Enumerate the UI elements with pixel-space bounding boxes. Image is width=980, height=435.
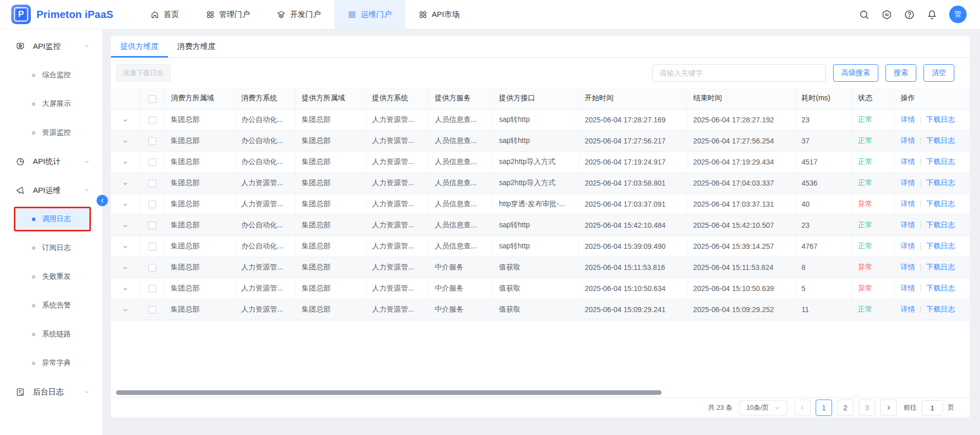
- download-log-link[interactable]: 下载日志: [926, 115, 955, 123]
- row-expand-button[interactable]: [122, 138, 129, 145]
- row-expand-button[interactable]: [122, 264, 129, 271]
- nav-item-4[interactable]: 运维门户: [334, 0, 405, 29]
- nav-item-3[interactable]: 开发门户: [263, 0, 334, 29]
- detail-link[interactable]: 详情: [901, 263, 915, 271]
- cell-2: 人力资源管...: [235, 172, 295, 193]
- detail-link[interactable]: 详情: [901, 221, 915, 229]
- row-checkbox[interactable]: [148, 116, 156, 124]
- megaphone-icon: [15, 186, 25, 195]
- batch-download-button[interactable]: 批量下载日志: [116, 64, 171, 82]
- sidebar-item-综合监控[interactable]: 综合监控: [0, 61, 102, 89]
- row-checkbox[interactable]: [148, 137, 156, 145]
- page-size-select[interactable]: 10条/页: [739, 400, 787, 415]
- chevron-down-icon: [122, 180, 129, 187]
- select-all-checkbox[interactable]: [148, 95, 156, 103]
- tab-consumer-dimension[interactable]: 消费方维度: [168, 36, 225, 57]
- page-button-3[interactable]: 3: [859, 400, 875, 416]
- download-log-link[interactable]: 下载日志: [926, 136, 955, 144]
- download-log-link[interactable]: 下载日志: [926, 242, 955, 250]
- sidebar-group-API统计[interactable]: API统计: [0, 147, 102, 176]
- user-avatar[interactable]: 管: [949, 6, 967, 23]
- row-expand-button[interactable]: [122, 159, 129, 166]
- row-expand-button[interactable]: [122, 222, 129, 229]
- sidebar-item-异常字典[interactable]: 异常字典: [0, 349, 102, 377]
- nav-item-5[interactable]: API市场: [405, 0, 473, 29]
- page-button-1[interactable]: 1: [816, 400, 832, 416]
- nav-item-1[interactable]: 首页: [137, 0, 193, 29]
- detail-link[interactable]: 详情: [901, 305, 915, 313]
- download-log-link[interactable]: 下载日志: [926, 305, 955, 313]
- detail-link[interactable]: 详情: [901, 242, 915, 250]
- sidebar-item-资源监控[interactable]: 资源监控: [0, 118, 102, 147]
- tab-provider-dimension[interactable]: 提供方维度: [111, 36, 168, 57]
- row-checkbox[interactable]: [148, 306, 156, 314]
- sidebar-group-API运维[interactable]: API运维: [0, 176, 102, 205]
- download-log-link[interactable]: 下载日志: [926, 178, 955, 187]
- sidebar-group-label: API运维: [33, 186, 61, 195]
- download-log-link[interactable]: 下载日志: [926, 221, 955, 229]
- page-button-2[interactable]: 2: [837, 400, 854, 416]
- row-expand-button[interactable]: [122, 180, 129, 187]
- row-checkbox[interactable]: [148, 158, 156, 166]
- cell-4: 人力资源管...: [366, 214, 428, 235]
- prev-page-button[interactable]: [794, 400, 811, 416]
- total-count: 共 23 条: [708, 403, 732, 412]
- goto-page-input[interactable]: [921, 400, 943, 415]
- sidebar-group-API监控[interactable]: API监控: [0, 32, 102, 61]
- download-log-link[interactable]: 下载日志: [926, 263, 955, 271]
- row-checkbox[interactable]: [148, 201, 156, 208]
- row-checkbox[interactable]: [148, 179, 156, 187]
- chevron-down-icon: [84, 158, 90, 165]
- grid-icon: [419, 10, 427, 19]
- help-icon[interactable]: [904, 9, 915, 20]
- row-expand-button[interactable]: [122, 285, 129, 293]
- row-expand-button[interactable]: [122, 201, 129, 208]
- cell-9: 4767: [795, 235, 852, 257]
- row-checkbox[interactable]: [148, 243, 156, 250]
- sidebar-item-系统告警[interactable]: 系统告警: [0, 291, 102, 320]
- row-checkbox[interactable]: [148, 285, 156, 293]
- download-log-link[interactable]: 下载日志: [926, 157, 955, 166]
- sidebar-item-订阅日志[interactable]: 订阅日志: [0, 233, 102, 262]
- cell-8: 2025-06-04 17:19:29.434: [687, 151, 795, 172]
- download-log-link[interactable]: 下载日志: [926, 200, 955, 208]
- sidebar-collapse-button[interactable]: [97, 195, 108, 206]
- horizontal-scrollbar[interactable]: [116, 390, 662, 395]
- row-expand-button[interactable]: [122, 306, 129, 314]
- keyword-search-input[interactable]: [652, 64, 826, 82]
- cell-8: 2025-06-04 17:04:03.337: [687, 172, 795, 193]
- sidebar-item-失败重发[interactable]: 失败重发: [0, 262, 102, 291]
- cell-7: 2025-06-04 17:03:58.801: [578, 172, 687, 193]
- column-header-10: 状态: [852, 88, 894, 109]
- detail-link[interactable]: 详情: [901, 178, 915, 187]
- search-icon[interactable]: [859, 9, 870, 20]
- next-page-button[interactable]: [880, 400, 897, 416]
- row-expand-button[interactable]: [122, 117, 129, 124]
- cell-1: 集团总部: [164, 151, 235, 172]
- table-row: 集团总部办公自动化...集团总部人力资源管...人员信息查...sap转http…: [111, 130, 970, 151]
- cell-5: 人员信息查...: [428, 172, 493, 193]
- clear-button[interactable]: 清空: [924, 64, 954, 82]
- row-checkbox[interactable]: [148, 222, 156, 229]
- nav-item-2[interactable]: 管理门户: [193, 0, 263, 29]
- sidebar-group-后台日志[interactable]: 后台日志: [0, 377, 102, 406]
- app-logo[interactable]: P Primeton iPaaS: [0, 5, 137, 24]
- detail-link[interactable]: 详情: [901, 200, 915, 208]
- row-expand-button[interactable]: [122, 243, 129, 250]
- ai-assistant-icon[interactable]: AI: [881, 9, 892, 20]
- detail-link[interactable]: 详情: [901, 136, 915, 144]
- cell-9: 5: [795, 278, 852, 299]
- sidebar-item-大屏展示[interactable]: 大屏展示: [0, 89, 102, 118]
- detail-link[interactable]: 详情: [901, 115, 915, 123]
- search-button[interactable]: 搜索: [885, 64, 916, 82]
- sidebar-item-调用日志[interactable]: 调用日志: [0, 205, 102, 233]
- detail-link[interactable]: 详情: [901, 284, 915, 292]
- advanced-search-button[interactable]: 高级搜索: [833, 64, 878, 82]
- chevron-down-icon: [122, 306, 129, 314]
- sidebar-item-系统链路[interactable]: 系统链路: [0, 320, 102, 349]
- bell-icon[interactable]: [927, 9, 937, 20]
- column-header-5: 提供方服务: [428, 88, 493, 109]
- detail-link[interactable]: 详情: [901, 157, 915, 166]
- row-checkbox[interactable]: [148, 264, 156, 271]
- download-log-link[interactable]: 下载日志: [926, 284, 955, 292]
